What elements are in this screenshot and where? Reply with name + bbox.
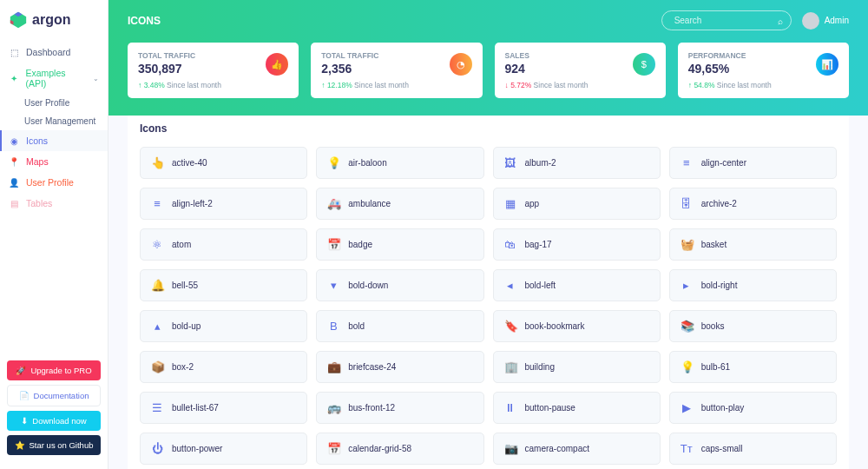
icon-item-bold-down[interactable]: ▾bold-down (316, 269, 483, 301)
basket-icon: 🧺 (681, 238, 693, 251)
stat-label: TOTAL TRAFFIC (321, 51, 471, 60)
stat-change: ↑ 3.48% Since last month (138, 81, 288, 89)
bold-right-icon: ▸ (681, 279, 693, 292)
nav-item-examples-api-[interactable]: ✦Examples (API)⌄ (0, 63, 108, 94)
stat-change: ↓ 5.72% Since last month (505, 81, 655, 89)
nav-sub-user-management[interactable]: User Management (0, 112, 108, 130)
btn-label: Upgrade to PRO (30, 366, 91, 375)
icon-item-atom[interactable]: ⚛atom (140, 228, 307, 261)
icon-item-bell-55[interactable]: 🔔bell-55 (140, 269, 307, 301)
icon-item-basket[interactable]: 🧺basket (669, 228, 837, 261)
icon-item-archive-2[interactable]: 🗄archive-2 (669, 188, 837, 220)
bulb-61-icon: 💡 (681, 360, 693, 373)
icon-name: button-play (701, 403, 744, 413)
nav-item-user-profile[interactable]: 👤User Profile (0, 172, 108, 193)
stat-card-2: SALES924↓ 5.72% Since last month$ (495, 43, 666, 98)
user-menu[interactable]: Admin (802, 12, 849, 30)
nav-item-maps[interactable]: 📍Maps (0, 151, 108, 172)
icons-card: Icons 👆active-40💡air-baloon🖼album-2≡alig… (128, 110, 849, 469)
pin-icon: 📍 (9, 156, 19, 167)
button-pause-icon: ⏸ (504, 401, 516, 414)
nav-list: ⬚Dashboard✦Examples (API)⌄User ProfileUs… (0, 42, 108, 353)
github-icon: ⭐ (15, 440, 25, 450)
icon-name: active-40 (172, 158, 207, 168)
stats-row: TOTAL TRAFFIC350,897↑ 3.48% Since last m… (128, 43, 849, 98)
icon-item-bullet-list-67[interactable]: ☰bullet-list-67 (140, 392, 307, 424)
stat-coin-icon: $ (633, 53, 655, 76)
icon-item-ambulance[interactable]: 🚑ambulance (316, 188, 483, 220)
logo-icon (9, 10, 28, 30)
btn-label: Documentation (34, 391, 89, 400)
icon-name: camera-compact (525, 444, 589, 453)
icon-item-align-center[interactable]: ≡align-center (669, 147, 837, 179)
icon-name: air-baloon (348, 158, 386, 168)
upgrade-to-pro-button[interactable]: 🚀Upgrade to PRO (7, 360, 101, 380)
stat-card-0: TOTAL TRAFFIC350,897↑ 3.48% Since last m… (128, 43, 299, 98)
download-now-button[interactable]: ⬇Download now (7, 411, 101, 431)
icon-name: bold-right (701, 281, 738, 290)
icon-item-bus-front-12[interactable]: 🚌bus-front-12 (316, 392, 483, 424)
icon-item-building[interactable]: 🏢building (493, 351, 661, 383)
icon-item-air-baloon[interactable]: 💡air-baloon (316, 147, 483, 179)
arrow-up-icon: ↑ (138, 81, 144, 89)
search-wrap: ⌕ (661, 10, 792, 30)
star-icon: ✦ (9, 73, 18, 83)
rocket-icon: 🚀 (16, 366, 26, 375)
books-icon: 📚 (681, 320, 693, 333)
user-icon: 👤 (9, 177, 19, 188)
icon-item-bag-17[interactable]: 🛍bag-17 (493, 228, 661, 261)
icon-item-calendar-grid-58[interactable]: 📅calendar-grid-58 (316, 433, 483, 465)
icon-item-bold-left[interactable]: ◂bold-left (493, 269, 661, 301)
star-us-on-github-button[interactable]: ⭐Star us on Github (7, 435, 101, 455)
nav-sub-user-profile[interactable]: User Profile (0, 94, 108, 112)
icon-item-badge[interactable]: 📅badge (316, 228, 483, 261)
icon-name: building (525, 362, 555, 372)
stat-card-1: TOTAL TRAFFIC2,356↑ 12.18% Since last mo… (311, 43, 482, 98)
arrow-up-icon: ↑ (321, 81, 327, 89)
stat-pie-icon: ◔ (450, 53, 472, 76)
icon-item-bold-up[interactable]: ▴bold-up (140, 310, 307, 342)
nav-label: Tables (26, 198, 52, 208)
brand-logo[interactable]: argon (0, 7, 108, 42)
caps-small-icon: Tт (681, 442, 693, 455)
button-power-icon: ⏻ (151, 442, 163, 455)
icon-item-button-pause[interactable]: ⏸button-pause (493, 392, 661, 424)
icon-item-camera-compact[interactable]: 📷camera-compact (493, 433, 661, 465)
search-icon[interactable]: ⌕ (778, 16, 783, 25)
icon-item-button-power[interactable]: ⏻button-power (140, 433, 307, 465)
icon-item-bold[interactable]: Bbold (316, 310, 483, 342)
user-name: Admin (825, 16, 849, 25)
calendar-grid-58-icon: 📅 (327, 442, 339, 455)
app-icon: ▦ (504, 197, 516, 210)
doc-icon: 📄 (19, 391, 30, 400)
icon-item-app[interactable]: ▦app (493, 188, 661, 220)
stat-label: PERFORMANCE (688, 51, 838, 60)
icon-item-books[interactable]: 📚books (669, 310, 837, 342)
bell-55-icon: 🔔 (151, 279, 163, 292)
icon-name: badge (348, 240, 372, 249)
sidebar-buttons: 🚀Upgrade to PRO📄Documentation⬇Download n… (0, 353, 108, 462)
icon-item-button-play[interactable]: ▶button-play (669, 392, 837, 424)
icon-name: button-pause (525, 403, 575, 413)
icon-item-align-left-2[interactable]: ≡align-left-2 (140, 188, 307, 220)
icon-item-bold-right[interactable]: ▸bold-right (669, 269, 837, 301)
icon-item-box-2[interactable]: 📦box-2 (140, 351, 307, 383)
documentation-button[interactable]: 📄Documentation (7, 385, 101, 406)
icon-item-album-2[interactable]: 🖼album-2 (493, 147, 661, 179)
nav-item-icons[interactable]: ◉Icons (0, 130, 108, 151)
icon-item-book-bookmark[interactable]: 🔖book-bookmark (493, 310, 661, 342)
icon-item-active-40[interactable]: 👆active-40 (140, 147, 307, 179)
icon-item-caps-small[interactable]: Tтcaps-small (669, 433, 837, 465)
icon-name: caps-small (701, 444, 743, 453)
icon-name: calendar-grid-58 (348, 444, 411, 453)
nav-item-dashboard[interactable]: ⬚Dashboard (0, 42, 108, 63)
align-left-2-icon: ≡ (151, 197, 163, 210)
search-input[interactable] (661, 10, 792, 30)
icon-name: bold-down (348, 281, 388, 290)
icon-item-briefcase-24[interactable]: 💼briefcase-24 (316, 351, 483, 383)
building-icon: 🏢 (504, 360, 516, 373)
nav-item-tables[interactable]: ▤Tables (0, 193, 108, 214)
icon-item-bulb-61[interactable]: 💡bulb-61 (669, 351, 837, 383)
icon-name: bold (348, 321, 365, 331)
align-center-icon: ≡ (681, 156, 693, 169)
